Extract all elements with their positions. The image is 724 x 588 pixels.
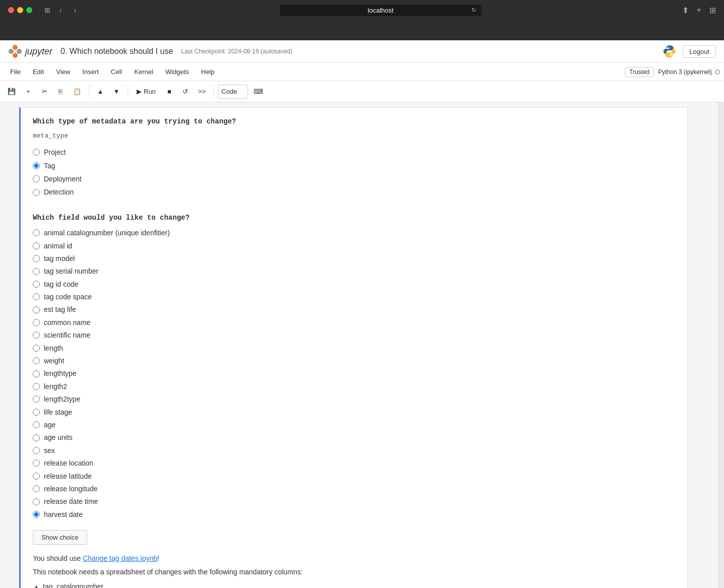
nav-forward-button[interactable]: › (71, 5, 80, 15)
keyboard-shortcuts-button[interactable]: ⌨ (250, 85, 267, 99)
field-radio-length[interactable]: length (33, 343, 675, 354)
reload-icon[interactable]: ↻ (471, 7, 476, 14)
field-label-7: common name (44, 317, 91, 328)
traffic-light-green[interactable] (26, 7, 32, 13)
change-tag-dates-link[interactable]: Change tag dates.ipynb (83, 554, 157, 562)
field-radio-tag-id-code[interactable]: tag id code (33, 279, 675, 290)
cut-cell-button[interactable]: ✂ (37, 85, 51, 99)
menu-edit[interactable]: Edit (27, 65, 50, 79)
field-radio-animal-id-input[interactable] (33, 242, 40, 249)
field-radio-length2type-input[interactable] (33, 396, 40, 403)
field-radio-length2-input[interactable] (33, 383, 40, 390)
menu-cell[interactable]: Cell (105, 65, 128, 79)
field-radio-length2type[interactable]: length2type (33, 394, 675, 405)
field-radio-tag-model[interactable]: tag model (33, 253, 675, 264)
field-radio-release-location[interactable]: release location (33, 458, 675, 469)
url-input[interactable] (280, 5, 481, 16)
field-radio-release-latitude[interactable]: release latitude (33, 471, 675, 482)
field-radio-release-location-input[interactable] (33, 460, 40, 467)
paste-cell-button[interactable]: 📋 (70, 85, 85, 99)
field-radio-release-date-time-input[interactable] (33, 498, 40, 505)
right-scrollbar[interactable] (718, 102, 724, 588)
menu-kernel[interactable]: Kernel (128, 65, 159, 79)
field-radio-est-tag-life-input[interactable] (33, 306, 40, 313)
field-radio-tag-model-input[interactable] (33, 255, 40, 262)
add-cell-button[interactable]: + (21, 85, 35, 99)
field-radio-tag-code-space[interactable]: tag code space (33, 291, 675, 302)
move-down-button[interactable]: ▼ (109, 85, 124, 99)
field-radio-lengthtype-input[interactable] (33, 370, 40, 377)
copy-cell-button[interactable]: ⎘ (53, 85, 68, 99)
field-label-1: animal id (44, 240, 72, 251)
field-label-20: release longitude (44, 483, 98, 494)
traffic-light-yellow[interactable] (17, 7, 23, 13)
field-radio-tag-id-code-input[interactable] (33, 281, 40, 288)
field-radio-age-input[interactable] (33, 421, 40, 428)
cell-area[interactable]: Which type of metadata are you trying to… (4, 102, 718, 588)
field-radio-scientific-name[interactable]: scientific name (33, 330, 675, 341)
field-radio-harvest-date-input[interactable] (33, 511, 40, 518)
field-radio-length-input[interactable] (33, 345, 40, 352)
menu-insert[interactable]: Insert (76, 65, 105, 79)
radio-project[interactable]: Project (33, 147, 675, 158)
field-radio-age-units-input[interactable] (33, 434, 40, 441)
field-radio-animal-catalog-input[interactable] (33, 229, 40, 236)
field-radio-weight-input[interactable] (33, 357, 40, 364)
interrupt-button[interactable]: ■ (162, 85, 176, 99)
radio-project-input[interactable] (33, 149, 40, 156)
field-radio-common-name[interactable]: common name (33, 317, 675, 328)
run-label: Run (144, 88, 156, 95)
nav-back-button[interactable]: ‹ (56, 5, 65, 15)
field-radio-life-stage[interactable]: life stage (33, 407, 675, 418)
field-radio-age-units[interactable]: age units (33, 432, 675, 443)
run-button[interactable]: ▶ Run (132, 85, 160, 99)
field-radio-tag-code-space-input[interactable] (33, 293, 40, 300)
field-radio-length2[interactable]: length2 (33, 381, 675, 392)
radio-deployment[interactable]: Deployment (33, 173, 675, 184)
field-radio-release-longitude-input[interactable] (33, 485, 40, 492)
menu-file[interactable]: File (4, 65, 27, 79)
field-label-14: life stage (44, 407, 72, 418)
menu-widgets[interactable]: Widgets (159, 65, 195, 79)
field-radio-scientific-name-input[interactable] (33, 332, 40, 339)
browser-chrome: ⊞ ‹ › ↻ ⬆ + ⊞ (0, 0, 724, 40)
radio-tag[interactable]: Tag (33, 160, 675, 171)
radio-detection-input[interactable] (33, 189, 40, 196)
field-radio-sex-input[interactable] (33, 447, 40, 454)
jupyter-logo[interactable]: jupyter (8, 44, 52, 58)
logout-button[interactable]: Logout (683, 45, 716, 58)
share-icon[interactable]: ⬆ (682, 6, 689, 15)
field-radio-harvest-date[interactable]: harvest date (33, 509, 675, 520)
show-choice-button[interactable]: Show choice (33, 530, 87, 545)
field-radio-est-tag-life[interactable]: est tag life (33, 304, 675, 315)
field-radio-tag-serial-input[interactable] (33, 268, 40, 275)
field-radio-release-date-time[interactable]: release date time (33, 496, 675, 507)
toolbar-separator-1 (89, 86, 89, 98)
move-up-button[interactable]: ▲ (93, 85, 107, 99)
grid-icon[interactable]: ⊞ (709, 6, 716, 15)
radio-detection[interactable]: Detection (33, 186, 675, 198)
field-radio-animal-id[interactable]: animal id (33, 240, 675, 251)
field-radio-life-stage-input[interactable] (33, 409, 40, 416)
traffic-light-red[interactable] (8, 7, 14, 13)
restart-button[interactable]: ↺ (178, 85, 193, 99)
notebook-title[interactable]: 0. Which notebook should I use (61, 47, 173, 56)
field-radio-age[interactable]: age (33, 419, 675, 430)
menu-view[interactable]: View (50, 65, 76, 79)
sidebar-toggle-icon[interactable]: ⊞ (44, 6, 50, 14)
field-radio-animal-catalog[interactable]: animal catalognumber (unique idenfitier) (33, 227, 675, 238)
new-tab-icon[interactable]: + (697, 6, 701, 15)
field-radio-release-longitude[interactable]: release longitude (33, 483, 675, 494)
field-radio-release-latitude-input[interactable] (33, 473, 40, 480)
field-radio-sex[interactable]: sex (33, 445, 675, 456)
radio-deployment-input[interactable] (33, 175, 40, 182)
radio-tag-input[interactable] (33, 162, 40, 169)
field-radio-lengthtype[interactable]: lengthtype (33, 368, 675, 379)
cell-type-select[interactable]: Code (218, 85, 248, 99)
restart-run-button[interactable]: >> (195, 85, 209, 99)
field-radio-tag-serial[interactable]: tag serial number (33, 266, 675, 277)
field-radio-weight[interactable]: weight (33, 355, 675, 366)
menu-help[interactable]: Help (195, 65, 221, 79)
save-button[interactable]: 💾 (4, 85, 19, 99)
field-radio-common-name-input[interactable] (33, 319, 40, 326)
